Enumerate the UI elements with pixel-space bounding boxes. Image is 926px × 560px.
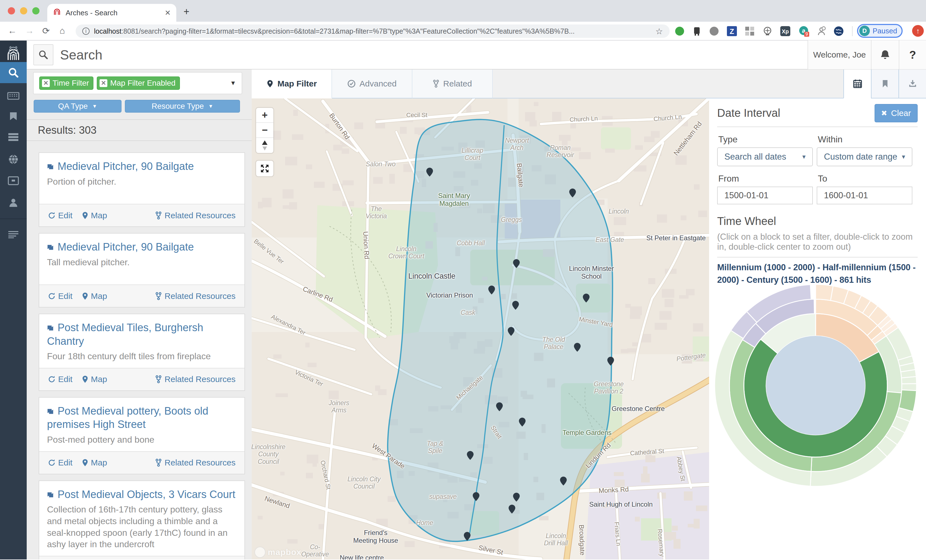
resource-title[interactable]: Post Medieval pottery, Boots old premise… <box>47 404 236 431</box>
tab-download[interactable] <box>899 70 926 98</box>
map-link[interactable]: Map <box>82 458 107 468</box>
remove-filter-icon[interactable]: ✕ <box>42 79 50 87</box>
mac-close-button[interactable] <box>8 7 15 14</box>
sidebar-item-profile-icon[interactable] <box>0 192 27 213</box>
sidebar-item-menu-icon[interactable] <box>0 224 27 245</box>
sidebar-item-bookmark-nav-icon[interactable] <box>0 106 27 127</box>
map-marker[interactable] <box>463 532 471 541</box>
related-resources-link[interactable]: Related Resources <box>155 211 236 220</box>
related-resources-link[interactable]: Related Resources <box>155 291 236 301</box>
fullscreen-button[interactable] <box>256 161 273 176</box>
map[interactable]: Cecil StChurch LnChurch LnNettleham RdBu… <box>252 98 709 560</box>
url-bar[interactable]: i localhost:8081/search?paging-filter=1&… <box>76 24 670 38</box>
resource-title[interactable]: Medieval Pitcher, 90 Bailgate <box>47 160 236 173</box>
date-type-select[interactable]: Search all dates▼ <box>717 147 813 166</box>
xpath-extension-icon[interactable]: Xp <box>780 26 790 36</box>
filter-chips-box[interactable]: ✕Time Filter✕Map Filter Enabled ▼ <box>33 72 242 94</box>
tab-map-filter[interactable]: Map Filter <box>252 70 332 98</box>
edit-link[interactable]: Edit <box>48 375 73 384</box>
new-tab-button[interactable]: + <box>183 7 189 17</box>
chevron-down-icon[interactable]: ▼ <box>230 80 236 87</box>
tab-close-icon[interactable]: ✕ <box>165 9 171 17</box>
resource-title[interactable]: Medieval Pitcher, 90 Bailgate <box>47 240 236 254</box>
site-info-icon[interactable]: i <box>82 27 89 35</box>
mac-zoom-button[interactable] <box>32 7 39 14</box>
session-extension-icon[interactable] <box>709 26 719 36</box>
tab-related[interactable]: Related <box>412 70 493 98</box>
reload-icon[interactable]: ⟳ <box>42 26 50 36</box>
help-button[interactable]: ? <box>899 40 926 69</box>
edit-link[interactable]: Edit <box>48 458 73 468</box>
search-input[interactable]: Search <box>60 47 102 62</box>
to-date-input[interactable]: 1600-01-01 <box>817 186 912 204</box>
zoom-out-button[interactable]: − <box>256 123 273 138</box>
evernote-extension-icon[interactable] <box>675 26 685 36</box>
map-link[interactable]: Map <box>82 211 107 220</box>
notifications-button[interactable] <box>871 40 899 69</box>
map-marker[interactable] <box>496 402 503 412</box>
tab-advanced[interactable]: Advanced <box>332 70 412 98</box>
related-resources-link[interactable]: Related Resources <box>155 375 236 384</box>
zoom-in-button[interactable]: + <box>256 108 273 123</box>
map-link[interactable]: Map <box>82 375 107 384</box>
time-wheel-center[interactable] <box>766 336 865 435</box>
map-marker[interactable] <box>472 492 480 501</box>
map-marker[interactable] <box>426 167 433 177</box>
within-select[interactable]: Custom date range▼ <box>817 147 912 166</box>
map-marker[interactable] <box>467 451 474 460</box>
selector-extension-icon[interactable] <box>816 26 826 36</box>
mac-minimize-button[interactable] <box>20 7 27 14</box>
globe-extension-icon[interactable] <box>834 26 844 36</box>
tab-calendar[interactable] <box>843 70 871 98</box>
profile-paused-button[interactable]: D Paused <box>857 24 903 38</box>
map-marker[interactable] <box>508 504 516 514</box>
clear-button[interactable]: ✖Clear <box>875 104 918 123</box>
map-marker[interactable] <box>573 342 581 352</box>
map-marker[interactable] <box>607 356 614 366</box>
updater-extension-icon[interactable]: ↑ <box>912 25 924 37</box>
map-marker[interactable] <box>560 476 567 486</box>
robot-extension-icon[interactable] <box>692 26 702 36</box>
filter-chip[interactable]: ✕Time Filter <box>39 76 94 90</box>
back-icon[interactable]: ← <box>8 26 17 36</box>
welcome-user[interactable]: Welcome, Joe <box>808 40 871 69</box>
sidebar-item-archive-icon[interactable] <box>0 170 27 191</box>
sidebar-item-history-icon[interactable] <box>0 40 27 62</box>
from-date-input[interactable]: 1500-01-01 <box>717 186 813 204</box>
time-wheel-segment[interactable] <box>902 377 917 384</box>
qa-type-dropdown[interactable]: QA Type▼ <box>34 100 121 113</box>
time-wheel-chart[interactable] <box>709 285 922 490</box>
resource-type-dropdown[interactable]: Resource Type▼ <box>125 100 240 113</box>
resource-title[interactable]: Post Medieval Tiles, Burghersh Chantry <box>47 321 236 348</box>
sidebar-item-collections-icon[interactable] <box>0 127 27 148</box>
url-text[interactable]: localhost:8081/search?paging-filter=1&fo… <box>94 27 651 35</box>
time-wheel-segment[interactable] <box>816 285 833 301</box>
map-marker[interactable] <box>512 301 519 310</box>
home-icon[interactable]: ⌂ <box>59 26 65 36</box>
map-marker[interactable] <box>507 327 515 336</box>
related-resources-link[interactable]: Related Resources <box>155 458 236 468</box>
map-marker[interactable] <box>488 285 495 295</box>
mac-window-controls[interactable] <box>8 7 39 14</box>
zotero-extension-icon[interactable]: Z <box>727 26 737 36</box>
map-marker[interactable] <box>583 294 590 303</box>
edit-link[interactable]: Edit <box>48 291 73 301</box>
edit-link[interactable]: Edit <box>48 211 73 220</box>
map-marker[interactable] <box>513 259 520 268</box>
tab-bookmark[interactable] <box>871 70 899 98</box>
map-link[interactable]: Map <box>82 291 107 301</box>
map-marker[interactable] <box>519 417 526 427</box>
remove-filter-icon[interactable]: ✕ <box>100 79 107 87</box>
annotator-extension-icon[interactable]: a9 <box>799 26 809 36</box>
map-marker[interactable] <box>513 492 520 502</box>
sidebar-item-globe-nav-icon[interactable] <box>0 149 27 170</box>
compass-button[interactable] <box>256 138 273 153</box>
bookmark-star-icon[interactable]: ☆ <box>655 26 663 36</box>
filter-chip[interactable]: ✕Map Filter Enabled <box>97 76 180 90</box>
sidebar-item-search-nav-icon[interactable] <box>0 62 27 83</box>
sidebar-item-resource-models-icon[interactable] <box>0 85 27 106</box>
map-marker[interactable] <box>569 188 576 198</box>
geojson-extension-icon[interactable] <box>763 26 773 36</box>
resource-title[interactable]: Post Medieval Objects, 3 Vicars Court <box>47 488 236 501</box>
grid-extension-icon[interactable] <box>745 26 755 36</box>
